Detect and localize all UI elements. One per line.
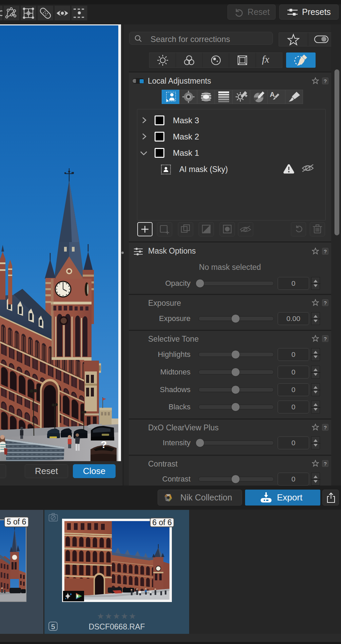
svg-text:?: ? xyxy=(101,439,107,450)
